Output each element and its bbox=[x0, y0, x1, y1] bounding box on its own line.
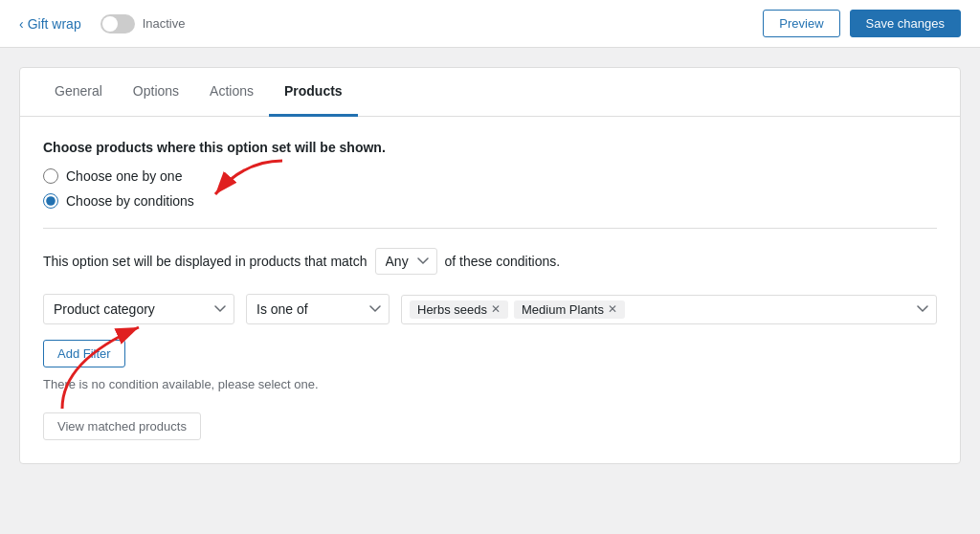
tab-products[interactable]: Products bbox=[269, 68, 358, 117]
radio-label-conditions: Choose by conditions bbox=[66, 193, 194, 209]
radio-option-one-by-one[interactable]: Choose one by one bbox=[43, 168, 937, 184]
status-toggle[interactable] bbox=[100, 14, 135, 33]
tags-input[interactable]: Herbs seeds ✕ Medium Plants ✕ bbox=[401, 295, 937, 324]
radio-input-one-by-one[interactable] bbox=[43, 168, 58, 184]
radio-input-conditions[interactable] bbox=[43, 193, 58, 209]
tabs: General Options Actions Products bbox=[20, 68, 960, 117]
radio-group: Choose one by one Choose by conditions bbox=[43, 168, 937, 209]
no-condition-msg: There is no condition available, please … bbox=[43, 377, 937, 391]
filter-area: Product category Product tag Product typ… bbox=[43, 294, 937, 324]
add-filter-button[interactable]: Add Filter bbox=[43, 340, 125, 367]
tag-medium-plants: Medium Plants ✕ bbox=[514, 300, 625, 319]
view-matched-products-button[interactable]: View matched products bbox=[43, 412, 201, 440]
top-bar-actions: Preview Save changes bbox=[763, 10, 961, 37]
tag-label-medium-plants: Medium Plants bbox=[522, 302, 604, 317]
tab-actions[interactable]: Actions bbox=[194, 68, 269, 117]
back-link[interactable]: ‹ Gift wrap bbox=[19, 16, 81, 32]
tab-general[interactable]: General bbox=[39, 68, 118, 117]
operator-select[interactable]: Is one of Is not one of bbox=[246, 294, 390, 324]
save-changes-button[interactable]: Save changes bbox=[850, 10, 961, 37]
toggle-wrap: Inactive bbox=[100, 14, 186, 33]
inactive-label: Inactive bbox=[143, 16, 186, 31]
tab-options[interactable]: Options bbox=[118, 68, 194, 117]
section-title: Choose products where this option set wi… bbox=[43, 140, 937, 155]
match-text-before: This option set will be displayed in pro… bbox=[43, 254, 368, 269]
radio-label-one-by-one: Choose one by one bbox=[66, 168, 182, 184]
preview-button[interactable]: Preview bbox=[763, 10, 839, 37]
card: General Options Actions Products Choose … bbox=[19, 67, 961, 464]
tag-remove-herbs-seeds[interactable]: ✕ bbox=[491, 303, 501, 315]
filter-row: Product category Product tag Product typ… bbox=[43, 294, 937, 324]
category-select[interactable]: Product category Product tag Product typ… bbox=[43, 294, 234, 324]
tag-label-herbs-seeds: Herbs seeds bbox=[417, 302, 487, 317]
top-bar: ‹ Gift wrap Inactive Preview Save change… bbox=[0, 0, 980, 48]
back-icon: ‹ bbox=[19, 16, 24, 32]
divider bbox=[43, 228, 937, 229]
main-content: General Options Actions Products Choose … bbox=[0, 48, 980, 483]
match-row: This option set will be displayed in pro… bbox=[43, 248, 937, 275]
back-label: Gift wrap bbox=[28, 16, 81, 32]
products-tab-content: Choose products where this option set wi… bbox=[20, 117, 960, 463]
radio-option-conditions[interactable]: Choose by conditions bbox=[43, 193, 937, 209]
tag-remove-medium-plants[interactable]: ✕ bbox=[608, 303, 617, 315]
tag-herbs-seeds: Herbs seeds ✕ bbox=[410, 300, 508, 319]
match-any-select[interactable]: Any All bbox=[375, 248, 437, 275]
match-text-after: of these conditions. bbox=[445, 254, 561, 269]
